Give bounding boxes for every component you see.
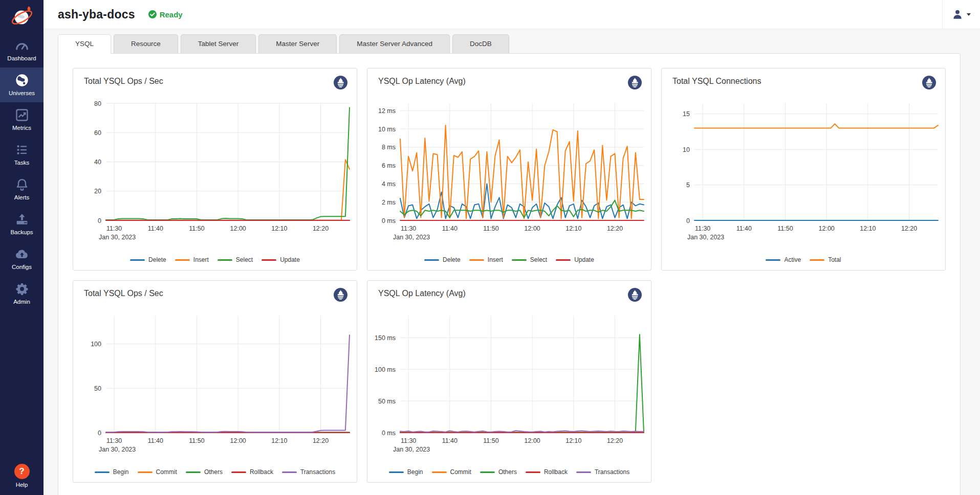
legend-item-others[interactable]: Others — [186, 468, 223, 476]
legend-swatch — [95, 471, 110, 473]
legend-item-total[interactable]: Total — [810, 256, 841, 263]
x-tick-label: 12:20 — [313, 225, 329, 232]
sidebar-item-universes[interactable]: Universes — [0, 68, 43, 102]
legend-item-select[interactable]: Select — [512, 256, 547, 263]
legend-swatch — [556, 259, 571, 261]
legend-swatch — [282, 471, 297, 473]
prometheus-icon[interactable] — [334, 288, 347, 302]
prometheus-icon[interactable] — [922, 76, 936, 89]
chart-title: Total YSQL Ops / Sec — [84, 77, 163, 86]
series-line-total — [694, 124, 938, 128]
chart-legend: DeleteInsertSelectUpdate — [367, 256, 651, 263]
sidebar-item-label: Metrics — [12, 125, 31, 131]
legend-label: Begin — [113, 468, 129, 476]
y-tick-label: 10 ms — [378, 126, 396, 133]
tab-ysql[interactable]: YSQL — [58, 34, 111, 53]
legend-label: Commit — [450, 468, 471, 476]
gridlines — [400, 316, 644, 433]
legend-item-transactions[interactable]: Transactions — [282, 468, 335, 476]
user-menu[interactable] — [942, 0, 980, 29]
chart-plot[interactable]: 05010011:30Jan 30, 202311:4011:5012:0012… — [73, 301, 357, 454]
legend-item-others[interactable]: Others — [480, 468, 517, 476]
tab-master-server-advanced[interactable]: Master Server Advanced — [339, 34, 450, 53]
sidebar-item-help[interactable]: ? Help — [0, 464, 43, 488]
chart-grid: Total YSQL Ops / Sec 02040608011:30Jan 3… — [73, 68, 946, 483]
x-tick-label: 11:40 — [442, 225, 458, 232]
chart-plot[interactable]: 02040608011:30Jan 30, 202311:4011:5012:0… — [73, 88, 357, 242]
admin-icon — [15, 282, 29, 296]
legend-swatch — [130, 259, 145, 261]
legend-item-rollback[interactable]: Rollback — [526, 468, 568, 476]
legend-item-begin[interactable]: Begin — [95, 468, 129, 476]
gridlines — [694, 103, 938, 220]
sidebar-item-alerts[interactable]: Alerts — [0, 172, 43, 207]
y-tick-label: 100 — [91, 341, 101, 348]
y-tick-label: 50 ms — [378, 398, 396, 405]
sidebar-item-configs[interactable]: Configs — [0, 241, 43, 276]
sidebar-item-admin[interactable]: Admin — [0, 276, 43, 311]
prometheus-icon[interactable] — [628, 76, 642, 89]
chart-plot[interactable]: 05101511:30Jan 30, 202311:4011:5012:0012… — [662, 88, 945, 242]
x-axis-date-label: Jan 30, 2023 — [99, 234, 136, 241]
legend-item-commit[interactable]: Commit — [432, 468, 471, 476]
legend-swatch — [424, 259, 439, 261]
x-tick-label: 12:00 — [230, 437, 246, 444]
ready-check-icon — [148, 10, 157, 18]
y-tick-label: 0 — [98, 217, 101, 224]
tab-tablet-server[interactable]: Tablet Server — [181, 34, 256, 53]
y-tick-label: 5 — [686, 182, 690, 189]
sidebar-item-dashboard[interactable]: Dashboard — [0, 33, 43, 68]
sidebar-item-metrics[interactable]: Metrics — [0, 102, 43, 137]
x-tick-label: 12:00 — [230, 225, 246, 232]
y-tick-label: 150 ms — [375, 334, 396, 342]
legend-item-rollback[interactable]: Rollback — [231, 468, 273, 476]
prometheus-icon[interactable] — [628, 288, 642, 302]
legend-item-update[interactable]: Update — [556, 256, 594, 263]
y-tick-label: 80 — [94, 100, 101, 107]
metrics-tab-bar: YSQLResourceTablet ServerMaster ServerMa… — [58, 34, 961, 53]
legend-label: Transactions — [300, 468, 335, 476]
gridlines — [106, 103, 350, 220]
y-tick-label: 6 ms — [382, 162, 396, 169]
legend-swatch — [576, 471, 591, 473]
help-icon: ? — [14, 464, 30, 479]
chart-legend: DeleteInsertSelectUpdate — [73, 256, 357, 263]
chart-plot[interactable]: 0 ms2 ms4 ms6 ms8 ms10 ms12 ms11:30Jan 3… — [367, 88, 651, 242]
legend-item-active[interactable]: Active — [766, 256, 801, 263]
y-tick-label: 10 — [683, 146, 690, 153]
sidebar-item-tasks[interactable]: Tasks — [0, 137, 43, 172]
legend-swatch — [469, 259, 484, 261]
axis-labels: 05010011:30Jan 30, 202311:4011:5012:0012… — [91, 341, 329, 453]
legend-item-delete[interactable]: Delete — [424, 256, 461, 263]
legend-item-delete[interactable]: Delete — [130, 256, 166, 263]
legend-item-insert[interactable]: Insert — [469, 256, 503, 263]
tab-docdb[interactable]: DocDB — [452, 34, 509, 53]
app-logo[interactable] — [0, 0, 43, 33]
legend-item-update[interactable]: Update — [262, 256, 300, 263]
sidebar-item-backups[interactable]: Backups — [0, 207, 43, 241]
x-tick-label: 12:10 — [565, 225, 581, 232]
tab-master-server[interactable]: Master Server — [258, 34, 337, 53]
legend-label: Select — [236, 256, 253, 263]
tab-resource[interactable]: Resource — [114, 34, 178, 53]
legend-item-transactions[interactable]: Transactions — [576, 468, 629, 476]
legend-item-begin[interactable]: Begin — [389, 468, 423, 476]
legend-item-select[interactable]: Select — [217, 256, 253, 263]
x-tick-label: 12:20 — [901, 225, 917, 232]
sidebar-item-label: Help — [16, 482, 28, 488]
series-line-others — [400, 334, 644, 432]
prometheus-icon[interactable] — [334, 76, 347, 89]
axis-labels: 0 ms50 ms100 ms150 ms11:30Jan 30, 202311… — [375, 334, 623, 453]
x-tick-label: 12:10 — [565, 437, 581, 444]
y-tick-label: 0 ms — [382, 217, 396, 224]
legend-label: Transactions — [595, 468, 629, 476]
legend-label: Commit — [156, 468, 177, 476]
metrics-icon — [15, 108, 29, 122]
gridlines — [106, 316, 350, 433]
chart-legend: ActiveTotal — [662, 256, 945, 263]
legend-item-commit[interactable]: Commit — [138, 468, 177, 476]
legend-item-insert[interactable]: Insert — [175, 256, 209, 263]
status-badge: Ready — [148, 10, 183, 19]
tab-panel: Total YSQL Ops / Sec 02040608011:30Jan 3… — [58, 53, 961, 495]
chart-plot[interactable]: 0 ms50 ms100 ms150 ms11:30Jan 30, 202311… — [367, 301, 651, 454]
